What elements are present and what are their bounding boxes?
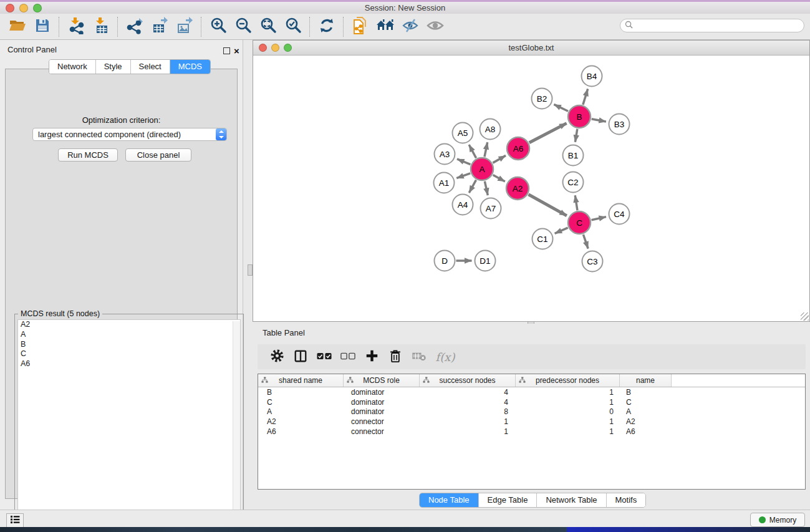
graph-node-C4[interactable]: C4 bbox=[609, 204, 630, 225]
table-cell[interactable]: C bbox=[258, 398, 344, 407]
graph-edge[interactable] bbox=[555, 228, 568, 233]
table-cell[interactable]: 4 bbox=[420, 398, 516, 407]
table-cell[interactable]: A6 bbox=[258, 427, 344, 436]
home-button[interactable] bbox=[373, 16, 398, 38]
table-cell[interactable]: connector bbox=[344, 427, 420, 436]
graph-node-A2[interactable]: A2 bbox=[506, 177, 529, 200]
table-cell[interactable]: 0 bbox=[516, 407, 620, 416]
import-table-button[interactable] bbox=[89, 16, 113, 38]
show-graphics-details-button[interactable] bbox=[423, 16, 448, 38]
close-panel-icon[interactable]: × bbox=[234, 47, 239, 55]
graph-edge[interactable] bbox=[485, 142, 488, 157]
table-row[interactable]: Adominator80A bbox=[258, 407, 805, 417]
save-session-button[interactable] bbox=[30, 16, 55, 38]
graph-node-C[interactable]: C bbox=[568, 211, 591, 234]
graph-edge[interactable] bbox=[554, 104, 568, 111]
tab-network[interactable]: Network bbox=[49, 60, 96, 74]
table-cell[interactable]: 1 bbox=[516, 398, 620, 407]
float-panel-icon[interactable] bbox=[223, 47, 230, 54]
graph-node-D1[interactable]: D1 bbox=[475, 251, 496, 271]
table-row[interactable]: Bdominator41B bbox=[258, 387, 805, 397]
table-cell[interactable]: 1 bbox=[516, 417, 620, 426]
table-row[interactable]: A6connector11A6 bbox=[258, 427, 805, 437]
new-network-from-file-button[interactable] bbox=[348, 16, 373, 38]
hide-graphics-details-button[interactable] bbox=[398, 16, 423, 38]
open-session-button[interactable] bbox=[5, 16, 30, 38]
export-table-button[interactable] bbox=[147, 16, 172, 38]
table-cell[interactable]: 4 bbox=[420, 388, 516, 397]
export-image-button[interactable] bbox=[172, 16, 197, 38]
tab-motifs[interactable]: Motifs bbox=[607, 493, 646, 507]
tab-select[interactable]: Select bbox=[131, 60, 170, 74]
task-history-button[interactable] bbox=[6, 513, 24, 528]
deselect-all-button[interactable] bbox=[336, 346, 360, 367]
mcds-result-list[interactable]: A2ABCA6 bbox=[17, 319, 241, 523]
graph-node-C2[interactable]: C2 bbox=[563, 172, 584, 193]
table-cell[interactable]: A bbox=[620, 407, 672, 416]
zoom-in-button[interactable] bbox=[206, 16, 231, 38]
tab-style[interactable]: Style bbox=[96, 60, 131, 74]
graph-node-B3[interactable]: B3 bbox=[609, 114, 630, 135]
graph-node-A8[interactable]: A8 bbox=[480, 119, 501, 140]
graph-node-A1[interactable]: A1 bbox=[434, 173, 455, 193]
export-network-button[interactable] bbox=[122, 16, 147, 38]
show-columns-button[interactable] bbox=[289, 346, 312, 367]
column-header-name[interactable]: name bbox=[620, 374, 672, 387]
table-cell[interactable]: 8 bbox=[420, 407, 516, 416]
optimization-criterion-dropdown[interactable]: largest connected component (directed) bbox=[32, 128, 227, 141]
table-cell[interactable]: dominator bbox=[344, 388, 420, 397]
graph-edge[interactable] bbox=[592, 217, 606, 220]
graph-edge[interactable] bbox=[493, 175, 505, 181]
table-cell[interactable]: dominator bbox=[344, 407, 420, 416]
graph-node-A5[interactable]: A5 bbox=[453, 123, 473, 143]
mcds-result-item[interactable]: A bbox=[18, 330, 240, 340]
node-table[interactable]: shared name MCDS role successor nodes pr… bbox=[258, 374, 806, 490]
column-header-predecessor-nodes[interactable]: predecessor nodes bbox=[516, 374, 620, 387]
mcds-result-item[interactable]: B bbox=[18, 340, 240, 350]
column-header-successor-nodes[interactable]: successor nodes bbox=[420, 374, 516, 387]
table-row[interactable]: Cdominator41C bbox=[258, 397, 805, 407]
graph-node-C1[interactable]: C1 bbox=[533, 229, 553, 249]
table-cell[interactable]: connector bbox=[344, 417, 420, 426]
table-cell[interactable]: 1 bbox=[516, 427, 620, 436]
zoom-out-button[interactable] bbox=[231, 16, 256, 38]
graph-node-A4[interactable]: A4 bbox=[453, 195, 473, 215]
tab-network-table[interactable]: Network Table bbox=[537, 493, 606, 507]
select-all-button[interactable] bbox=[312, 346, 336, 367]
memory-button[interactable]: Memory bbox=[750, 513, 805, 527]
graph-edge[interactable] bbox=[575, 129, 577, 142]
graph-node-A[interactable]: A bbox=[471, 158, 493, 180]
table-cell[interactable]: A2 bbox=[258, 417, 344, 426]
graph-node-A6[interactable]: A6 bbox=[507, 137, 529, 160]
table-cell[interactable]: B bbox=[258, 388, 344, 397]
graph-node-C3[interactable]: C3 bbox=[582, 251, 603, 272]
graph-node-B2[interactable]: B2 bbox=[532, 89, 552, 109]
table-cell[interactable]: dominator bbox=[344, 398, 420, 407]
graph-edge[interactable] bbox=[529, 123, 567, 143]
table-cell[interactable]: A bbox=[258, 407, 344, 416]
tab-edge-table[interactable]: Edge Table bbox=[479, 493, 538, 507]
graph-node-D[interactable]: D bbox=[435, 251, 455, 271]
graph-edge[interactable] bbox=[456, 173, 470, 178]
graph-edge[interactable] bbox=[493, 155, 506, 163]
graph-node-B1[interactable]: B1 bbox=[563, 145, 584, 166]
graph-edge[interactable] bbox=[485, 181, 488, 195]
scrollbar-track[interactable] bbox=[233, 321, 240, 522]
search-field[interactable] bbox=[620, 19, 804, 32]
tab-node-table[interactable]: Node Table bbox=[420, 493, 479, 507]
table-cell[interactable]: A6 bbox=[620, 427, 672, 436]
window-resize-grip[interactable] bbox=[801, 312, 809, 321]
vertical-splitter-handle[interactable] bbox=[248, 264, 253, 276]
graph-node-A7[interactable]: A7 bbox=[481, 198, 501, 219]
search-input[interactable] bbox=[635, 21, 804, 31]
tab-mcds[interactable]: MCDS bbox=[170, 60, 210, 74]
graph-edge[interactable] bbox=[583, 89, 588, 105]
network-graph-canvas[interactable]: AA1A2A3A4A5A6A7A8BB1B2B3B4CC1C2C3C4DD1 bbox=[254, 55, 809, 322]
close-panel-button[interactable]: Close panel bbox=[125, 148, 191, 162]
run-mcds-button[interactable]: Run MCDS bbox=[58, 148, 118, 162]
table-cell[interactable]: 1 bbox=[420, 427, 516, 436]
zoom-fit-button[interactable] bbox=[256, 16, 281, 38]
table-cell[interactable]: 1 bbox=[516, 388, 620, 397]
graph-edge[interactable] bbox=[575, 195, 577, 210]
mcds-result-item[interactable]: A6 bbox=[18, 359, 240, 369]
